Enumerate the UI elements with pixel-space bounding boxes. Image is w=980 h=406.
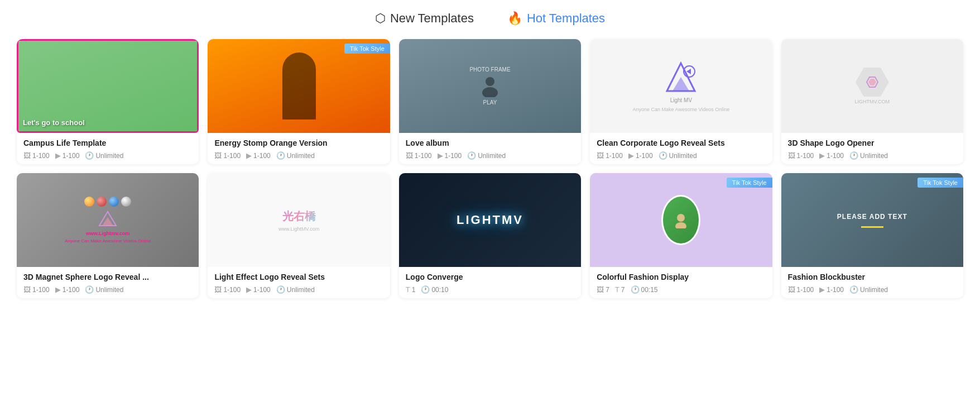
card-fashion[interactable]: PLEASE ADD TEXT Tik Tok Style Fashion Bl… (781, 173, 963, 298)
clock-icon-le: 🕐 (276, 285, 285, 294)
template-grid-row2: www.Lightmv.com Anyone Can Make Awesome … (17, 173, 963, 298)
meta-video-fa: ▶ 1-100 (819, 285, 844, 294)
clock-icon-s: 🕐 (849, 151, 858, 160)
corp-tagline: Anyone Can Make Awesome Videos Online (633, 107, 730, 112)
photo-icon-s: 🖼 (788, 151, 795, 160)
card-info-energy: Energy Stomp Orange Version 🖼 1-100 ▶ 1-… (208, 133, 390, 164)
sphere-group (84, 197, 131, 207)
meta-time-campus: 🕐 Unlimited (85, 151, 123, 160)
thumb-lighteffect: 光右橋 www.LightMV.com (208, 173, 390, 267)
card-meta-shape3d: 🖼 1-100 ▶ 1-100 🕐 Unlimited (788, 151, 957, 160)
clock-icon-l: 🕐 (467, 151, 476, 160)
card-info-magnet: 3D Magnet Sphere Logo Reveal ... 🖼 1-100… (17, 267, 199, 298)
lightmv-com-text: LIGHTMV.COM (854, 99, 890, 104)
card-meta-lighteffect: 🖼 1-100 ▶ 1-100 🕐 Unlimited (214, 285, 383, 294)
card-magnet[interactable]: www.Lightmv.com Anyone Can Make Awesome … (17, 173, 199, 298)
video-icon: ▶ (55, 151, 61, 160)
template-grid-row1: Let's go to school Campus Life Template … (17, 39, 963, 164)
corp-logo-svg (661, 60, 700, 94)
play-text: PLAY (483, 99, 497, 106)
clock-icon-lc: 🕐 (421, 285, 430, 294)
fashion-add-text: PLEASE ADD TEXT (837, 213, 907, 221)
magnet-url: www.Lightmv.com (86, 231, 130, 236)
tabs-header: ⬡ New Templates 🔥 Hot Templates (17, 11, 963, 26)
meta-photo-corp: 🖼 1-100 (597, 151, 623, 160)
card-title-energy: Energy Stomp Orange Version (214, 138, 383, 147)
meta-photo-magnet: 🖼 1-100 (23, 285, 50, 294)
card-lighteffect[interactable]: 光右橋 www.LightMV.com Light Effect Logo Re… (208, 173, 390, 298)
card-info-campus: Campus Life Template 🖼 1-100 ▶ 1-100 🕐 U… (17, 133, 199, 164)
meta-text-lc: T 1 (406, 285, 416, 294)
photo-icon: 🖼 (23, 151, 31, 160)
card-info-shape3d: 3D Shape Logo Opener 🖼 1-100 ▶ 1-100 🕐 U… (781, 133, 963, 164)
page-wrapper: ⬡ New Templates 🔥 Hot Templates Let's go… (0, 0, 980, 309)
svg-point-10 (677, 214, 685, 222)
clock-icon-cf: 🕐 (631, 285, 640, 294)
meta-photo-fa: 🖼 1-100 (788, 285, 814, 294)
meta-time-magnet: 🕐 Unlimited (85, 285, 123, 294)
card-title-campus: Campus Life Template (23, 138, 192, 147)
thumb-campus: Let's go to school (17, 39, 199, 133)
photo-icon-c: 🖼 (597, 151, 604, 160)
thumb-colorful: Tik Tok Style (590, 173, 772, 267)
thumb-corp: Light MV Anyone Can Make Awesome Videos … (590, 39, 772, 133)
badge-fashion: Tik Tok Style (917, 178, 963, 188)
card-info-logoconverge: Logo Converge T 1 🕐 00:10 (399, 267, 581, 298)
meta-time-shape3d: 🕐 Unlimited (849, 151, 888, 160)
meta-photo-campus: 🖼 1-100 (23, 151, 50, 160)
card-info-colorful: Colorful Fashion Display 🖼 7 T 7 🕐 00:15 (590, 267, 772, 298)
video-icon-c: ▶ (628, 151, 634, 160)
meta-video-magnet: ▶ 1-100 (55, 285, 80, 294)
oval-frame (661, 195, 700, 245)
card-meta-fashion: 🖼 1-100 ▶ 1-100 🕐 Unlimited (788, 285, 957, 294)
card-corp[interactable]: Light MV Anyone Can Make Awesome Videos … (590, 39, 772, 164)
card-logoconverge[interactable]: LIGHTMV Logo Converge T 1 🕐 00:10 (399, 173, 581, 298)
card-shape3d[interactable]: LIGHTMV.COM 3D Shape Logo Opener 🖼 1-100… (781, 39, 963, 164)
meta-time-energy: 🕐 Unlimited (276, 151, 315, 160)
sphere-gray (121, 197, 131, 207)
card-info-corp: Clean Corporate Logo Reveal Sets 🖼 1-100… (590, 133, 772, 164)
meta-photo-cf: 🖼 7 (597, 285, 609, 294)
clock-icon: 🕐 (85, 151, 94, 160)
card-campus[interactable]: Let's go to school Campus Life Template … (17, 39, 199, 164)
svg-marker-3 (672, 77, 689, 91)
meta-text-cf: T 7 (615, 285, 625, 294)
tab-hot[interactable]: 🔥 Hot Templates (507, 11, 605, 26)
sphere-gold (84, 197, 94, 207)
card-meta-magnet: 🖼 1-100 ▶ 1-100 🕐 Unlimited (23, 285, 192, 294)
meta-video-shape3d: ▶ 1-100 (819, 151, 844, 160)
meta-video-le: ▶ 1-100 (246, 285, 271, 294)
love-silhouette (479, 75, 501, 97)
svg-point-11 (675, 222, 686, 228)
meta-photo-energy: 🖼 1-100 (214, 151, 241, 160)
svg-marker-7 (868, 79, 876, 85)
svg-marker-5 (686, 69, 691, 74)
card-title-lighteffect: Light Effect Logo Reveal Sets (214, 273, 383, 281)
fashion-bar (861, 226, 883, 228)
meta-video-campus: ▶ 1-100 (55, 151, 80, 160)
card-title-fashion: Fashion Blockbuster (788, 273, 957, 281)
video-icon-le: ▶ (246, 285, 252, 294)
card-title-love: Love album (406, 138, 574, 147)
sphere-red (97, 197, 107, 207)
campus-overlay-text: Let's go to school (23, 118, 85, 127)
thumb-magnet: www.Lightmv.com Anyone Can Make Awesome … (17, 173, 199, 267)
thumb-shape3d: LIGHTMV.COM (781, 39, 963, 133)
card-energy[interactable]: Tik Tok Style Energy Stomp Orange Versio… (208, 39, 390, 164)
tab-new[interactable]: ⬡ New Templates (375, 11, 474, 26)
card-love[interactable]: PHOTO FRAME PLAY Love album 🖼 1-100 (399, 39, 581, 164)
card-meta-corp: 🖼 1-100 ▶ 1-100 🕐 Unlimited (597, 151, 765, 160)
thumb-energy: Tik Tok Style (208, 39, 390, 133)
thumb-love: PHOTO FRAME PLAY (399, 39, 581, 133)
lighteffect-url: www.LightMV.com (278, 226, 319, 232)
photo-icon-l: 🖼 (406, 151, 413, 160)
card-colorful[interactable]: Tik Tok Style Colorful Fashion Display 🖼… (590, 173, 772, 298)
card-title-shape3d: 3D Shape Logo Opener (788, 138, 957, 147)
meta-video-love: ▶ 1-100 (438, 151, 462, 160)
svg-point-1 (482, 87, 498, 97)
badge-colorful: Tik Tok Style (727, 178, 772, 188)
card-title-colorful: Colorful Fashion Display (597, 273, 765, 281)
card-title-corp: Clean Corporate Logo Reveal Sets (597, 138, 765, 147)
tab-hot-label: Hot Templates (527, 11, 605, 26)
magnet-anyone: Anyone Can Make Awesome Videos Online (65, 238, 151, 243)
